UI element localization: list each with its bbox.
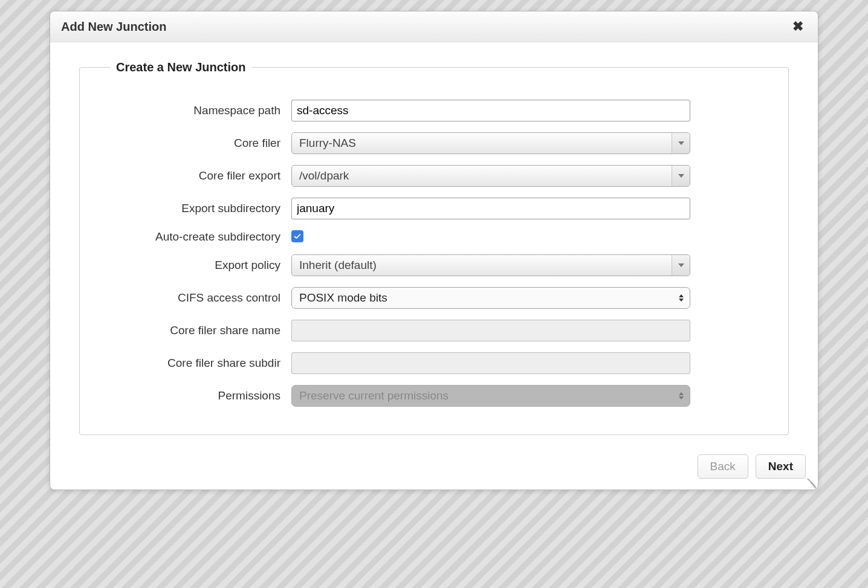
label-core-filer: Core filer [110, 137, 291, 150]
next-button[interactable]: Next [756, 454, 806, 479]
export-policy-value: Inherit (default) [299, 259, 377, 272]
row-permissions: Permissions Preserve current permissions [110, 385, 758, 407]
check-icon [293, 232, 302, 241]
label-permissions: Permissions [110, 389, 291, 402]
chevron-down-icon [672, 255, 690, 276]
namespace-path-input[interactable] [291, 100, 690, 121]
row-share-name: Core filer share name [110, 320, 758, 341]
auto-create-subdir-checkbox[interactable] [291, 230, 303, 242]
share-subdir-input [291, 352, 690, 374]
label-share-subdir: Core filer share subdir [110, 357, 291, 370]
export-subdir-input[interactable] [291, 198, 690, 219]
updown-icon [679, 288, 684, 308]
row-share-subdir: Core filer share subdir [110, 352, 758, 374]
label-core-filer-export: Core filer export [110, 169, 291, 183]
chevron-down-icon [672, 166, 690, 186]
row-core-filer: Core filer Flurry-NAS [110, 132, 758, 154]
group-legend: Create a New Junction [110, 60, 252, 74]
permissions-select: Preserve current permissions [291, 385, 690, 407]
export-policy-select[interactable]: Inherit (default) [291, 254, 690, 276]
core-filer-export-select[interactable]: /vol/dpark [291, 165, 690, 187]
share-name-input [291, 320, 690, 341]
row-cifs-access-control: CIFS access control POSIX mode bits [110, 287, 758, 309]
label-share-name: Core filer share name [110, 324, 291, 337]
close-icon[interactable]: ✖ [789, 18, 807, 36]
updown-icon [679, 386, 684, 406]
permissions-value: Preserve current permissions [299, 389, 449, 402]
create-junction-group: Create a New Junction Namespace path Cor… [79, 60, 789, 435]
dialog-title: Add New Junction [61, 20, 166, 34]
core-filer-select[interactable]: Flurry-NAS [291, 132, 690, 154]
label-export-policy: Export policy [110, 259, 291, 272]
add-junction-dialog: Add New Junction ✖ Create a New Junction… [50, 11, 818, 490]
row-auto-create-subdir: Auto-create subdirectory [110, 230, 758, 244]
core-filer-value: Flurry-NAS [299, 137, 356, 150]
label-namespace-path: Namespace path [110, 104, 291, 117]
back-button[interactable]: Back [698, 454, 748, 479]
core-filer-export-value: /vol/dpark [299, 169, 349, 183]
row-core-filer-export: Core filer export /vol/dpark [110, 165, 758, 187]
cifs-access-control-select[interactable]: POSIX mode bits [291, 287, 690, 309]
row-namespace-path: Namespace path [110, 100, 758, 121]
dialog-footer: Back Next [50, 445, 818, 489]
dialog-titlebar: Add New Junction ✖ [50, 11, 818, 42]
dialog-body: Create a New Junction Namespace path Cor… [50, 42, 818, 445]
cifs-access-control-value: POSIX mode bits [299, 291, 387, 305]
row-export-policy: Export policy Inherit (default) [110, 254, 758, 276]
row-export-subdir: Export subdirectory [110, 198, 758, 219]
label-export-subdir: Export subdirectory [110, 202, 291, 215]
chevron-down-icon [672, 133, 690, 153]
label-cifs-access-control: CIFS access control [110, 291, 291, 305]
label-auto-create-subdir: Auto-create subdirectory [110, 230, 291, 244]
